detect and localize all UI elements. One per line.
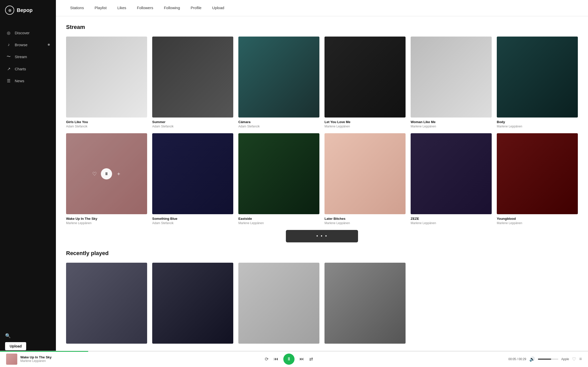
like-button-4[interactable]: ♡	[351, 74, 355, 80]
add-button-5[interactable]: ＋	[461, 74, 466, 80]
tab-likes[interactable]: Likes	[113, 0, 130, 16]
volume-fill	[538, 359, 551, 360]
play-pause-button[interactable]: ⏸	[283, 354, 295, 365]
play-button-1[interactable]: ▶	[101, 72, 112, 83]
add-button-12[interactable]: ＋	[547, 170, 552, 177]
repeat-button[interactable]: ⟳	[265, 356, 269, 362]
load-more-button[interactable]: • • •	[286, 230, 358, 242]
sidebar-item-browse[interactable]: ♪ Browse	[0, 39, 56, 50]
add-button-8[interactable]: ＋	[202, 170, 207, 177]
tab-playlist[interactable]: Playlist	[90, 0, 111, 16]
play-button-3[interactable]: ▶	[273, 72, 284, 83]
add-button-2[interactable]: ＋	[202, 74, 207, 80]
charts-icon: ↗	[6, 66, 11, 71]
queue-button[interactable]: ≡	[579, 356, 582, 362]
recent-card-1[interactable]: ▶	[66, 263, 147, 346]
tab-followers[interactable]: Followers	[133, 0, 157, 16]
sidebar-item-news[interactable]: ☰ News	[0, 75, 56, 86]
play-button-5[interactable]: ▶	[445, 72, 457, 83]
tab-upload[interactable]: Upload	[208, 0, 228, 16]
music-card-3[interactable]: ♡ ▶ ＋ Cámara Adam Stefancik	[238, 37, 319, 128]
add-button-4[interactable]: ＋	[375, 74, 380, 80]
app-logo[interactable]: ◎ Bepop	[0, 0, 56, 22]
add-button-11[interactable]: ＋	[461, 170, 466, 177]
recent-card-4[interactable]: ▶	[324, 263, 406, 346]
play-button-4[interactable]: ▶	[359, 72, 370, 83]
like-button-3[interactable]: ♡	[265, 74, 269, 80]
recent-play-2[interactable]: ▶	[187, 298, 198, 309]
play-button-9[interactable]: ▶	[273, 168, 284, 179]
recent-play-3[interactable]: ▶	[273, 298, 285, 309]
card-title-7: Wake Up In The Sky	[66, 217, 147, 221]
add-button-3[interactable]: ＋	[288, 74, 293, 80]
search-button[interactable]: 🔍	[5, 333, 51, 339]
volume-slider[interactable]	[538, 359, 558, 360]
recent-play-4[interactable]: ▶	[360, 298, 371, 309]
like-button-6[interactable]: ♡	[523, 74, 528, 80]
music-card-10[interactable]: ♡ ▶ ＋ Later Bitches Marlene Leppänen	[324, 133, 406, 225]
sidebar-label-charts: Charts	[15, 67, 26, 71]
add-button-1[interactable]: ＋	[116, 74, 121, 80]
recent-play-1[interactable]: ▶	[101, 298, 112, 309]
top-nav: Stations Playlist Likes Followers Follow…	[56, 0, 588, 16]
player-right: 00:05 / 00:29 🔊 Apple ♡ ≡	[506, 356, 582, 362]
shuffle-button[interactable]: ⇄	[309, 356, 313, 362]
pause-button-7[interactable]: ⏸	[101, 168, 112, 179]
like-button-7[interactable]: ♡	[92, 171, 97, 177]
card-title-1: Girls Like You	[66, 120, 147, 124]
music-card-6[interactable]: ♡ ▶ ＋ Body Marlene Leppänen	[497, 37, 578, 128]
music-card-4[interactable]: ♡ ▶ ＋ Let You Love Me Marlene Leppänen	[324, 37, 406, 128]
next-button[interactable]: ⏭	[300, 356, 304, 362]
like-button-9[interactable]: ♡	[265, 171, 269, 177]
sidebar-item-discover[interactable]: ◎ Discover	[0, 27, 56, 38]
music-card-2[interactable]: ♡ ▶ ＋ Summer Adam Stefancik	[152, 37, 233, 128]
card-title-8: Something Blue	[152, 217, 233, 221]
play-button-12[interactable]: ▶	[532, 168, 543, 179]
play-button-2[interactable]: ▶	[187, 72, 198, 83]
play-button-10[interactable]: ▶	[359, 168, 370, 179]
progress-fill	[0, 351, 88, 352]
favorite-button[interactable]: ♡	[572, 356, 576, 362]
like-button-5[interactable]: ♡	[437, 74, 441, 80]
add-button-9[interactable]: ＋	[288, 170, 293, 177]
tab-following[interactable]: Following	[160, 0, 184, 16]
recent-card-3[interactable]: ▶	[238, 263, 319, 346]
card-artist-3: Adam Stefancik	[238, 125, 319, 128]
like-button-12[interactable]: ♡	[523, 171, 528, 177]
like-button-1[interactable]: ♡	[92, 74, 97, 80]
sidebar-item-stream[interactable]: 〜 Stream	[0, 51, 56, 62]
like-button-8[interactable]: ♡	[178, 171, 183, 177]
music-card-1[interactable]: ♡ ▶ ＋ Girls Like You Adam Stefancik	[66, 37, 147, 128]
music-card-12[interactable]: ♡ ▶ ＋ Youngblood Marlene Leppänen	[497, 133, 578, 225]
music-card-7[interactable]: ♡ ⏸ ＋ Wake Up In The Sky Marlene Leppäne…	[66, 133, 147, 225]
like-button-11[interactable]: ♡	[437, 171, 441, 177]
recent-card-2[interactable]: ▶	[152, 263, 233, 346]
player-artist-name: Marlene Leppänen	[20, 359, 52, 363]
tab-profile[interactable]: Profile	[187, 0, 206, 16]
music-card-8[interactable]: ♡ ▶ ＋ Something Blue Adam Stefancik	[152, 133, 233, 225]
music-card-11[interactable]: ♡ ▶ ＋ ZEZE Marlene Leppänen	[411, 133, 492, 225]
add-button-6[interactable]: ＋	[547, 74, 552, 80]
add-button-10[interactable]: ＋	[375, 170, 380, 177]
play-button-6[interactable]: ▶	[532, 72, 543, 83]
like-button-2[interactable]: ♡	[178, 74, 183, 80]
card-image-10: ♡ ▶ ＋	[324, 133, 406, 214]
player-bar: Wake Up In The Sky Marlene Leppänen ⟳ ⏮ …	[0, 351, 588, 367]
card-artist-7: Marlene Leppänen	[66, 221, 147, 225]
upload-button[interactable]: Upload	[5, 342, 26, 350]
prev-button[interactable]: ⏮	[274, 356, 278, 362]
music-card-9[interactable]: ♡ ▶ ＋ Eastside Marlene Leppänen	[238, 133, 319, 225]
volume-icon[interactable]: 🔊	[529, 356, 535, 362]
progress-bar[interactable]	[0, 351, 588, 352]
tab-stations[interactable]: Stations	[66, 0, 88, 16]
play-button-11[interactable]: ▶	[445, 168, 457, 179]
card-image-4: ♡ ▶ ＋	[324, 37, 406, 118]
player-controls: ⟳ ⏮ ⏸ ⏭ ⇄	[76, 354, 502, 365]
add-button-7[interactable]: ＋	[116, 170, 121, 177]
play-button-8[interactable]: ▶	[187, 168, 198, 179]
card-image-1: ♡ ▶ ＋	[66, 37, 147, 118]
sidebar-item-charts[interactable]: ↗ Charts	[0, 63, 56, 74]
music-card-5[interactable]: ♡ ▶ ＋ Woman Like Me Marlene Leppänen	[411, 37, 492, 128]
logo-icon: ◎	[5, 6, 14, 15]
like-button-10[interactable]: ♡	[351, 171, 355, 177]
